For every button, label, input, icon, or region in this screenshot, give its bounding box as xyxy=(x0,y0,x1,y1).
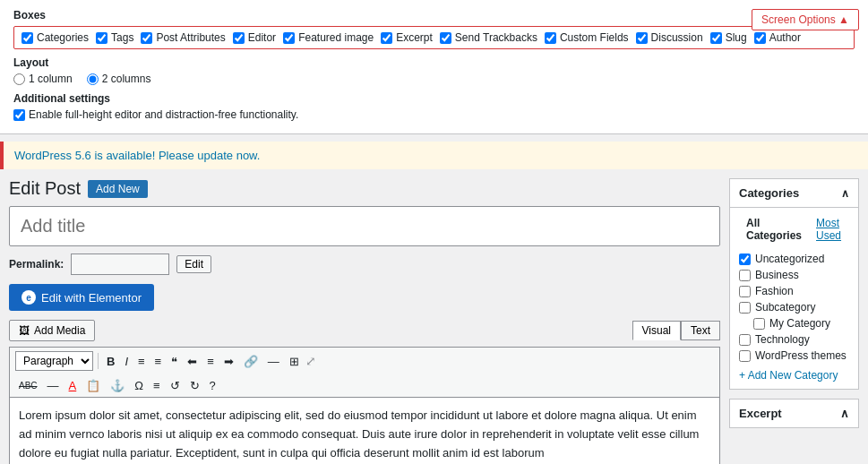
abc-button[interactable]: ABC xyxy=(15,379,41,392)
box-item-post_attributes[interactable]: Post Attributes xyxy=(141,31,225,44)
toolbar-separator xyxy=(98,353,99,369)
main-content: Edit Post Add New Permalink: Edit e Edit… xyxy=(0,169,868,464)
box-item-excerpt[interactable]: Excerpt xyxy=(381,31,433,44)
paragraph-select[interactable]: Paragraph xyxy=(15,351,93,371)
screen-options-panel: Screen Options ▲ Boxes CategoriesTagsPos… xyxy=(0,0,868,134)
permalink-value xyxy=(71,253,169,275)
paste-button[interactable]: 📋 xyxy=(82,377,104,394)
boxes-label: Boxes xyxy=(13,9,855,21)
editor-toolbar-row2: ABC — A 📋 ⚓ Ω ≡ ↺ ↻ ? xyxy=(9,374,720,397)
elementor-button[interactable]: e Edit with Elementor xyxy=(9,284,154,311)
editor-content-text: Lorem ipsum dolor sit amet, consectetur … xyxy=(19,407,710,462)
align-center-button[interactable]: ≡ xyxy=(203,353,218,370)
redo-button[interactable]: ↻ xyxy=(186,377,203,394)
radio-2col[interactable]: 2 columns xyxy=(87,73,151,85)
categories-list: UncategorizedBusinessFashionSubcategoryM… xyxy=(739,251,849,364)
excerpt-title: Excerpt xyxy=(739,407,782,420)
box-item-custom_fields[interactable]: Custom Fields xyxy=(545,31,629,44)
add-media-label: Add Media xyxy=(34,324,85,337)
additional-section: Additional settings Enable full-height e… xyxy=(13,92,855,121)
add-media-icon: 🖼 xyxy=(19,324,30,337)
italic-button[interactable]: I xyxy=(121,353,132,370)
permalink-edit-button[interactable]: Edit xyxy=(176,255,211,273)
fullheight-label: Enable full-height editor and distractio… xyxy=(29,108,298,121)
text-color-button[interactable]: A xyxy=(65,377,81,394)
fullscreen-button[interactable]: ⤢ xyxy=(305,354,316,368)
fullheight-checkbox[interactable] xyxy=(13,109,25,121)
categories-metabox: Categories ∧ All Categories Most Used Un… xyxy=(729,178,859,390)
layout-section: Layout 1 column 2 columns xyxy=(13,56,855,85)
page-title: Edit Post xyxy=(9,178,81,199)
elementor-icon: e xyxy=(21,290,36,305)
anchor-button[interactable]: ⚓ xyxy=(107,377,128,394)
wp-version-link[interactable]: WordPress 5.6 xyxy=(14,149,91,162)
categories-chevron-icon: ∧ xyxy=(841,187,849,200)
wp-update-notice: WordPress 5.6 is available! Please updat… xyxy=(0,142,868,169)
category-item: Subcategory xyxy=(739,299,849,315)
all-categories-tab[interactable]: All Categories xyxy=(739,215,809,244)
radio-1col[interactable]: 1 column xyxy=(13,73,73,85)
checkboxes-row: CategoriesTagsPost AttributesEditorFeatu… xyxy=(13,26,855,49)
update-link[interactable]: is available! Please update now. xyxy=(94,149,260,162)
categories-metabox-body: All Categories Most Used UncategorizedBu… xyxy=(730,208,858,389)
add-category-link[interactable]: + Add New Category xyxy=(739,369,849,382)
layout-label: Layout xyxy=(13,56,855,69)
category-tabs: All Categories Most Used xyxy=(739,215,849,244)
post-title-input[interactable] xyxy=(9,206,720,246)
additional-label: Additional settings xyxy=(13,92,855,105)
box-item-tags[interactable]: Tags xyxy=(96,31,133,44)
align-right-button[interactable]: ➡ xyxy=(220,353,237,370)
box-item-author[interactable]: Author xyxy=(754,31,801,44)
help-button[interactable]: ? xyxy=(206,377,219,394)
permalink-row: Permalink: Edit xyxy=(9,253,720,275)
category-item: Technology xyxy=(739,331,849,348)
category-item: Business xyxy=(739,267,849,283)
box-item-send_trackbacks[interactable]: Send Trackbacks xyxy=(440,31,537,44)
excerpt-metabox: Excerpt ∧ xyxy=(729,399,859,428)
box-item-categories[interactable]: Categories xyxy=(21,31,89,44)
text-tab[interactable]: Text xyxy=(681,321,720,340)
undo-button[interactable]: ↺ xyxy=(167,377,184,394)
add-new-button[interactable]: Add New xyxy=(88,180,148,198)
hr-button[interactable]: — xyxy=(44,377,63,394)
visual-tab[interactable]: Visual xyxy=(632,321,681,340)
table-button[interactable]: ⊞ xyxy=(286,353,303,370)
screen-options-button[interactable]: Screen Options ▲ xyxy=(752,9,859,30)
box-item-editor[interactable]: Editor xyxy=(233,31,276,44)
excerpt-chevron-icon: ∧ xyxy=(840,407,849,420)
boxes-section: Boxes CategoriesTagsPost AttributesEdito… xyxy=(13,9,855,49)
editor-toolbar-row1: Paragraph B I ≡ ≡ ❝ ⬅ ≡ ➡ 🔗 — ⊞ ⤢ xyxy=(9,347,720,374)
category-item: Fashion xyxy=(739,283,849,299)
link-button[interactable]: 🔗 xyxy=(240,353,262,370)
visual-text-tabs: Visual Text xyxy=(632,321,720,340)
category-item: My Category xyxy=(739,315,849,331)
editor-content-area[interactable]: Lorem ipsum dolor sit amet, consectetur … xyxy=(9,397,720,464)
categories-metabox-header[interactable]: Categories ∧ xyxy=(730,179,858,208)
box-item-slug[interactable]: Slug xyxy=(710,31,747,44)
box-item-discussion[interactable]: Discussion xyxy=(636,31,703,44)
bold-button[interactable]: B xyxy=(103,353,118,370)
category-item: Uncategorized xyxy=(739,251,849,267)
blockquote-button[interactable]: ❝ xyxy=(168,353,181,370)
align-left-button[interactable]: ⬅ xyxy=(184,353,201,370)
categories-title: Categories xyxy=(739,186,799,200)
ol-button[interactable]: ≡ xyxy=(151,353,166,370)
fullheight-checkbox-label[interactable]: Enable full-height editor and distractio… xyxy=(13,108,855,121)
media-toolbar: 🖼 Add Media Visual Text xyxy=(9,320,720,341)
edit-post-header: Edit Post Add New xyxy=(9,178,720,199)
more-button[interactable]: — xyxy=(264,353,283,370)
add-media-button[interactable]: 🖼 Add Media xyxy=(9,320,95,341)
most-used-tab[interactable]: Most Used xyxy=(809,215,849,244)
special-char-button[interactable]: Ω xyxy=(131,377,147,394)
indent-button[interactable]: ≡ xyxy=(150,377,164,394)
box-item-featured_image[interactable]: Featured image xyxy=(283,31,374,44)
category-item: WordPress themes xyxy=(739,348,849,364)
permalink-label: Permalink: xyxy=(9,258,64,271)
right-panel: Categories ∧ All Categories Most Used Un… xyxy=(729,178,859,464)
elementor-btn-label: Edit with Elementor xyxy=(41,291,142,305)
layout-radio-row: 1 column 2 columns xyxy=(13,73,855,85)
left-panel: Edit Post Add New Permalink: Edit e Edit… xyxy=(9,178,720,464)
excerpt-metabox-header[interactable]: Excerpt ∧ xyxy=(730,400,858,427)
ul-button[interactable]: ≡ xyxy=(134,353,149,370)
